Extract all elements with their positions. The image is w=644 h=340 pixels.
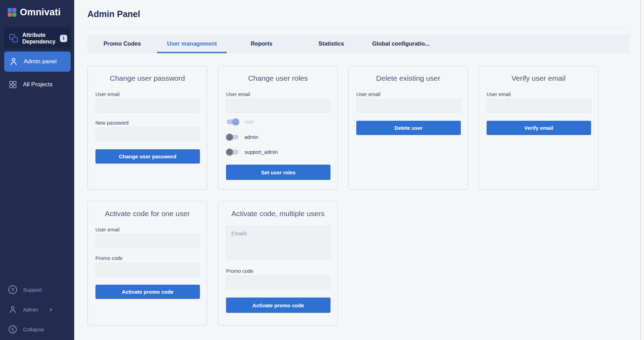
role-toggle-admin[interactable]	[226, 133, 239, 141]
user-email-input[interactable]	[226, 99, 331, 113]
info-icon[interactable]: i	[60, 35, 67, 42]
promo-code-label: Promo code	[95, 255, 199, 261]
collapse-label: Collapse	[23, 326, 44, 333]
sidebar-item-admin-panel[interactable]: Admin panel	[4, 52, 71, 72]
role-label: admin	[245, 134, 258, 140]
role-row-support-admin: support_admin	[226, 148, 330, 157]
user-email-input[interactable]	[487, 99, 591, 113]
card-title: Delete existing user	[356, 74, 460, 82]
card-title: Activate code, multiple users	[226, 209, 330, 218]
collapse-circle-icon	[8, 325, 17, 334]
user-email-label: User email	[356, 92, 460, 97]
title-divider	[87, 28, 630, 29]
tab-global-configuration[interactable]: Global configuratio...	[366, 34, 436, 53]
tab-statistics[interactable]: Statistics	[296, 34, 366, 53]
admin-menu-button[interactable]: Admin	[8, 305, 74, 314]
main-content: Admin Panel Promo Codes User management …	[74, 0, 641, 340]
user-email-label: User email	[487, 92, 590, 97]
card-change-user-roles: Change user roles User email user admin …	[218, 66, 338, 190]
card-change-user-password: Change user password User email New pass…	[87, 66, 207, 190]
sidebar-item-all-projects[interactable]: All Projects	[0, 76, 74, 93]
user-email-label: User email	[95, 92, 199, 97]
role-label: support_admin	[245, 149, 278, 155]
role-row-admin: admin	[226, 133, 330, 142]
activate-promo-code-button[interactable]: Activate promo code	[95, 285, 200, 299]
tab-bar: Promo Codes User management Reports Stat…	[87, 34, 630, 53]
sidebar-item-label: Admin panel	[24, 58, 57, 65]
sidebar-item-label: All Projects	[23, 81, 53, 88]
card-activate-code-multiple-users: Activate code, multiple users Promo code…	[218, 201, 338, 325]
new-password-input[interactable]	[95, 127, 200, 141]
person-icon	[9, 57, 18, 66]
support-button[interactable]: ? Support	[8, 285, 74, 294]
promo-code-label: Promo code	[226, 268, 330, 274]
card-title: Change user password	[95, 74, 199, 82]
verify-email-button[interactable]: Verify email	[487, 121, 591, 135]
emails-textarea[interactable]	[226, 226, 331, 259]
page-title: Admin Panel	[87, 9, 140, 19]
tab-user-management[interactable]: User management	[157, 34, 227, 53]
card-title: Verify user email	[487, 74, 590, 82]
set-user-roles-button[interactable]: Set user roles	[226, 165, 331, 180]
card-title: Change user roles	[226, 74, 330, 82]
user-email-label: User email	[95, 227, 199, 232]
tab-reports[interactable]: Reports	[227, 34, 296, 53]
admin-label: Admin	[23, 307, 38, 313]
card-title: Activate code for one user	[95, 209, 199, 218]
role-row-user: user	[226, 117, 330, 126]
brand-logo-icon	[8, 8, 16, 17]
user-email-input[interactable]	[95, 99, 200, 113]
role-toggle-support-admin[interactable]	[226, 148, 239, 156]
promo-code-input[interactable]	[226, 276, 331, 290]
promo-code-input[interactable]	[95, 263, 200, 277]
change-user-password-button[interactable]: Change user password	[95, 149, 200, 164]
support-label: Support	[23, 287, 42, 293]
question-icon: ?	[8, 285, 17, 294]
person-icon	[8, 305, 17, 314]
project-name: Attribute Dependency	[22, 32, 60, 45]
role-label: user	[245, 119, 254, 125]
activate-promo-code-button[interactable]: Activate promo code	[226, 298, 331, 313]
sidebar-footer: ? Support Admin	[0, 285, 74, 334]
new-password-label: New password	[95, 120, 199, 126]
delete-user-button[interactable]: Delete user	[356, 121, 461, 135]
user-email-input[interactable]	[356, 99, 461, 113]
role-toggle-user[interactable]	[226, 118, 239, 126]
chevron-right-icon	[49, 308, 53, 311]
card-activate-code-one-user: Activate code for one user User email Pr…	[87, 201, 207, 325]
grid-icon	[8, 80, 17, 89]
brand-logo: Omnivati	[0, 0, 74, 18]
collapse-button[interactable]: Collapse	[8, 325, 74, 334]
user-email-label: User email	[226, 92, 330, 97]
card-delete-existing-user: Delete existing user User email Delete u…	[348, 66, 468, 190]
tab-promo-codes[interactable]: Promo Codes	[87, 34, 157, 53]
scrollbar[interactable]	[641, 0, 644, 340]
attribute-dependency-icon	[8, 33, 19, 44]
card-verify-user-email: Verify user email User email Verify emai…	[479, 66, 598, 190]
user-email-input[interactable]	[95, 234, 200, 248]
brand-name: Omnivati	[20, 7, 61, 18]
sidebar-item-attribute-dependency[interactable]: Attribute Dependency i	[4, 27, 71, 49]
sidebar: Omnivati Attribute Dependency i Admin pa…	[0, 0, 74, 340]
